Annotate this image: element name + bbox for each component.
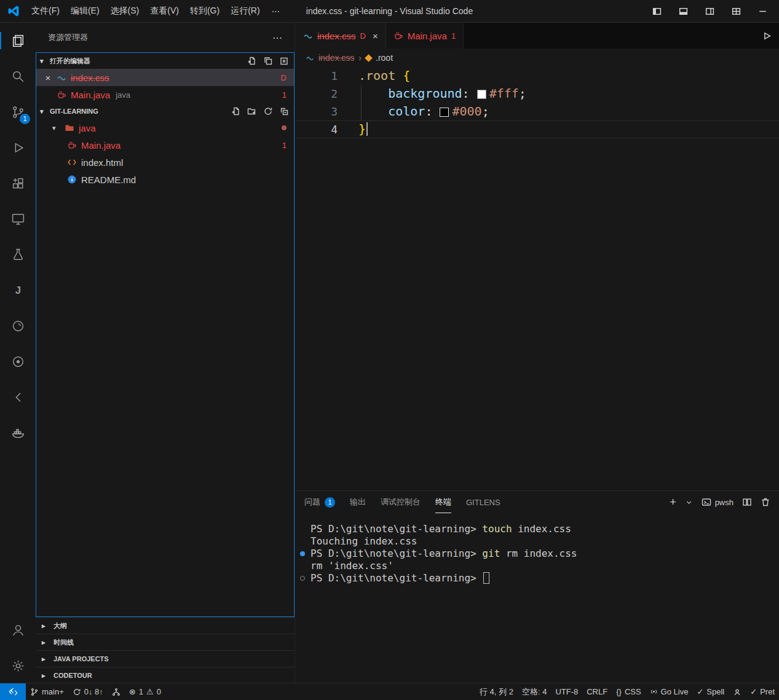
section-java-projects[interactable]: ▸ JAVA PROJECTS	[36, 650, 295, 667]
activity-extensions-button[interactable]	[0, 165, 36, 201]
menu-item-selection[interactable]: 选择(S)	[105, 3, 145, 19]
activity-testing-button[interactable]	[0, 237, 36, 272]
breadcrumb-symbol[interactable]: .root	[376, 53, 393, 63]
more-menus-icon[interactable]: ⋯	[266, 4, 287, 18]
error-icon: ⊗	[129, 687, 136, 696]
go-live-button[interactable]: Go Live	[646, 683, 693, 700]
activity-run-debug-button[interactable]	[0, 130, 36, 165]
terminal-output[interactable]: PS D:\git\note\git-learning> touch index…	[310, 523, 774, 681]
git-branch-status[interactable]: main+	[26, 683, 68, 700]
customize-layout-icon[interactable]	[731, 6, 741, 17]
close-editor-icon[interactable]: ×	[44, 73, 52, 83]
menu-item-file[interactable]: 文件(F)	[26, 3, 65, 19]
account-button[interactable]	[0, 612, 36, 648]
collapse-folders-icon[interactable]	[279, 106, 289, 116]
remote-indicator[interactable]	[0, 683, 26, 700]
toggle-sidebar-icon[interactable]	[652, 6, 662, 17]
activity-java-button[interactable]: J	[0, 272, 36, 308]
eol-status[interactable]: CRLF	[582, 683, 612, 700]
split-terminal-icon[interactable]	[742, 497, 752, 507]
toggle-panel-icon[interactable]	[678, 6, 689, 17]
new-file-icon[interactable]	[231, 106, 241, 116]
problems-status[interactable]: ⊗ 1 ⚠ 0	[125, 683, 165, 700]
folder-icon	[65, 123, 74, 133]
panel-tab-problems[interactable]: 问题 1	[304, 491, 335, 513]
panel-tab-label: GITLENS	[466, 498, 500, 507]
new-folder-icon[interactable]	[247, 106, 257, 116]
svg-text:J: J	[15, 284, 20, 296]
terminal-instance-item[interactable]: pwsh	[702, 497, 734, 507]
powershell-icon	[702, 497, 711, 507]
encoding-status[interactable]: UTF-8	[551, 683, 582, 700]
code-area[interactable]: 1.root {2 background: #fff;3 color: #000…	[296, 67, 779, 138]
git-deleted-badge: D	[281, 73, 287, 82]
panel-tab-terminal[interactable]: 终端	[435, 491, 451, 513]
panel-tab-label: 问题	[304, 497, 320, 508]
go-live-label: Go Live	[661, 687, 689, 696]
language-mode-status[interactable]: {} CSS	[612, 683, 645, 700]
terminal-line: PS D:\git\note\git-learning>	[310, 572, 774, 584]
menu-item-run[interactable]: 运行(R)	[225, 3, 265, 19]
new-terminal-icon[interactable]: +	[670, 497, 676, 508]
editor-tab-bar: index.css D × Main.java 1	[296, 23, 779, 49]
indentation-status[interactable]: 空格: 4	[518, 683, 551, 700]
remote-icon	[9, 687, 18, 696]
tab-index-css[interactable]: index.css D ×	[296, 23, 386, 49]
menu-item-go[interactable]: 转到(G)	[184, 3, 225, 19]
sidebar-more-actions-icon[interactable]: ⋯	[269, 31, 286, 45]
activity-search-button[interactable]	[0, 58, 36, 94]
java-file-icon	[57, 90, 66, 100]
panel-tab-debug-console[interactable]: 调试控制台	[381, 491, 421, 513]
panel-tab-gitlens[interactable]: GITLENS	[466, 491, 500, 513]
close-all-editors-icon[interactable]	[279, 56, 289, 66]
terminal-dropdown-icon[interactable]	[685, 498, 693, 506]
open-editors-section-header[interactable]: ▾ 打开的编辑器	[36, 53, 294, 69]
run-file-icon[interactable]	[761, 31, 772, 41]
spell-checker-status[interactable]: ✓ Spell	[692, 683, 729, 700]
section-outline[interactable]: ▸ 大纲	[36, 617, 295, 634]
activity-source-control-button[interactable]: 1	[0, 94, 36, 130]
prettier-status[interactable]: ✓ Pret	[746, 683, 779, 700]
activity-docker-button[interactable]	[0, 415, 36, 450]
new-untitled-file-icon[interactable]	[247, 56, 257, 66]
tree-item-readme-md[interactable]: i README.md	[36, 171, 294, 188]
modified-dot-badge	[282, 125, 287, 130]
language-label: CSS	[625, 687, 641, 696]
minimize-icon[interactable]	[757, 6, 768, 17]
explorer-sidebar: 资源管理器 ⋯ ▾ 打开的编辑器 × index.css D	[36, 23, 295, 683]
cursor-position-status[interactable]: 行 4, 列 2	[475, 683, 518, 700]
toggle-secondary-sidebar-icon[interactable]	[705, 6, 715, 17]
menu-item-edit[interactable]: 编辑(E)	[65, 3, 105, 19]
section-timeline[interactable]: ▸ 时间线	[36, 634, 295, 650]
tab-main-java[interactable]: Main.java 1	[386, 23, 464, 49]
open-editor-item-index-css[interactable]: × index.css D	[36, 69, 294, 86]
refresh-explorer-icon[interactable]	[263, 106, 273, 116]
kill-terminal-icon[interactable]	[761, 497, 770, 507]
activity-explorer-button[interactable]	[0, 23, 36, 58]
tree-item-main-java[interactable]: Main.java 1	[36, 136, 294, 154]
source-control-graph-button[interactable]	[108, 683, 125, 700]
tab-label: index.css	[317, 31, 356, 41]
activity-remote-explorer-button[interactable]	[0, 201, 36, 237]
section-codetour[interactable]: ▸ CODETOUR	[36, 667, 295, 683]
activity-gradle-button[interactable]	[0, 308, 36, 344]
tree-item-java-folder[interactable]: ▾ java	[36, 119, 294, 136]
breadcrumb-file[interactable]: index.css	[318, 53, 354, 63]
project-section-header[interactable]: ▾ GIT-LEARNING	[36, 103, 294, 119]
editor-layout-icon[interactable]	[263, 56, 273, 66]
close-tab-icon[interactable]: ×	[373, 31, 378, 41]
activity-codetour-button[interactable]	[0, 379, 36, 415]
activity-bar: 1 J	[0, 23, 36, 683]
css-file-icon	[57, 73, 66, 82]
line-number: 1	[296, 67, 338, 85]
menu-item-view[interactable]: 查看(V)	[144, 3, 184, 19]
panel-tab-output[interactable]: 输出	[350, 491, 366, 513]
extension-status-button[interactable]	[729, 683, 746, 700]
code-line: 1.root {	[296, 67, 779, 85]
sync-status[interactable]: 0↓ 8↑	[68, 683, 108, 700]
activity-spring-boot-button[interactable]	[0, 344, 36, 379]
warning-count: 0	[157, 687, 161, 696]
open-editor-item-main-java[interactable]: × Main.java java 1	[36, 86, 294, 103]
settings-button[interactable]	[0, 648, 36, 683]
tree-item-index-html[interactable]: index.html	[36, 154, 294, 171]
